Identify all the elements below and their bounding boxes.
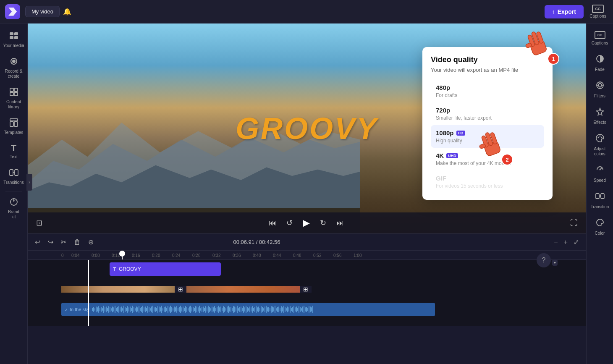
rename-icon[interactable]: 🔔 <box>63 8 71 16</box>
captions-panel-icon: CC <box>595 31 605 39</box>
right-panel-transition[interactable]: Transition <box>587 187 613 214</box>
undo-button[interactable]: ↩ <box>33 237 42 247</box>
svg-point-39 <box>599 136 600 137</box>
text-icon: T <box>11 144 16 153</box>
transition-icon <box>595 191 605 203</box>
quality-option-1080p[interactable]: 1080p HD High quality <box>431 125 544 148</box>
cut-button[interactable]: ✂ <box>59 237 68 247</box>
captions-toggle-button[interactable]: ⊡ <box>34 217 44 229</box>
right-panel: CC Captions Fade Filters Effects Adjus <box>586 24 613 364</box>
panel-chevron[interactable]: ▾ <box>552 259 558 266</box>
fit-to-window-button[interactable]: ⤢ <box>571 237 581 247</box>
ruler-mark-9: 0:36 <box>233 253 253 258</box>
export-label: Export <box>558 8 576 15</box>
clip-segment-2: ⊞ <box>186 286 312 293</box>
svg-rect-1 <box>14 32 18 35</box>
fullscreen-button[interactable]: ⛶ <box>568 217 579 229</box>
sidebar-item-text[interactable]: T Text <box>0 139 27 164</box>
right-panel-color[interactable]: Color <box>587 214 613 240</box>
adjust-colors-icon <box>595 134 605 145</box>
right-panel-speed[interactable]: Speed <box>587 161 613 187</box>
record-label: Record &create <box>5 69 23 79</box>
sidebar-item-templates[interactable]: Templates <box>0 114 27 139</box>
timeline-timecode: 00:06.91 / 00:42.56 <box>233 239 280 245</box>
quality-option-720p[interactable]: 720p Smaller file, faster export <box>431 102 544 125</box>
video-clip[interactable]: ⊞ ⊞ <box>61 278 435 301</box>
ruler-mark-13: 0:52 <box>313 253 333 258</box>
quality-option-4k[interactable]: 4K UHD Make the most of your 4K monitor <box>431 148 544 170</box>
ctrl-right: ⛶ <box>568 217 579 229</box>
redo-button[interactable]: ↪ <box>46 237 55 247</box>
color-icon <box>595 218 605 229</box>
rewind-button[interactable]: ↺ <box>285 217 294 229</box>
sidebar-item-record[interactable]: Record &create <box>0 52 27 83</box>
sidebar-item-your-media[interactable]: Your media <box>0 27 27 52</box>
video-title-area: My video 🔔 <box>25 6 71 17</box>
right-panel-effects[interactable]: Effects <box>587 103 613 129</box>
quality-720p-name: 720p <box>436 107 450 114</box>
quality-option-gif[interactable]: GIF For videos 15 seconds or less <box>431 170 544 193</box>
text-clip[interactable]: T GROOVY <box>110 262 221 276</box>
svg-rect-6 <box>10 88 13 92</box>
ruler-mark-14: 0:56 <box>333 253 354 258</box>
ruler-mark-8: 0:32 <box>212 253 233 258</box>
sidebar-item-content-library[interactable]: Contentlibrary <box>0 83 27 114</box>
svg-rect-9 <box>14 92 18 96</box>
right-panel-effects-label: Effects <box>593 120 606 125</box>
right-panel-filters[interactable]: Filters <box>587 76 613 103</box>
skip-back-button[interactable]: ⏮ <box>267 217 278 229</box>
svg-rect-7 <box>14 88 18 92</box>
quality-popup-title: Video quality <box>431 55 544 64</box>
timeline-toolbar: ↩ ↪ ✂ 🗑 ⊕ 00:06.91 / 00:42.56 − + ⤢ <box>28 234 586 251</box>
help-button[interactable]: ? <box>537 253 551 267</box>
sidebar-expand-toggle[interactable]: › <box>26 174 32 191</box>
right-panel-fade[interactable]: Fade <box>587 50 613 76</box>
audio-clip[interactable]: ♪ In the sky const wf = document.querySe… <box>61 303 435 316</box>
text-clip-icon: T <box>113 266 116 272</box>
svg-point-40 <box>601 137 602 138</box>
audio-waveform: const wf = document.querySelector('.audi… <box>92 305 432 314</box>
delete-button[interactable]: 🗑 <box>72 237 83 247</box>
right-panel-adjust-colors[interactable]: Adjustcolors <box>587 129 613 161</box>
clip-divider-1: ⊞ <box>175 286 186 293</box>
svg-rect-44 <box>601 194 604 199</box>
quality-720p-header: 720p <box>436 107 539 114</box>
quality-1080p-header: 1080p HD <box>436 129 539 136</box>
zoom-out-button[interactable]: − <box>552 237 560 247</box>
svg-rect-43 <box>596 194 599 199</box>
timeline-zoom-controls: − + ⤢ <box>552 237 581 247</box>
audio-clip-label: In the sky <box>70 307 89 312</box>
quality-option-480p[interactable]: 480p For drafts <box>431 80 544 102</box>
text-track-row: T GROOVY <box>61 261 586 276</box>
forward-button[interactable]: ↻ <box>318 217 328 229</box>
right-panel-fade-label: Fade <box>595 67 605 72</box>
zoom-in-button[interactable]: + <box>562 237 570 247</box>
video-title-tab[interactable]: My video <box>25 6 60 17</box>
brand-kit-label: Brandkit <box>8 209 19 220</box>
quality-gif-header: GIF <box>436 175 539 182</box>
skip-forward-button[interactable]: ⏭ <box>335 217 346 229</box>
right-panel-adjust-colors-label: Adjustcolors <box>594 147 606 157</box>
export-button[interactable]: ↑ Export <box>545 5 584 18</box>
ctrl-left: ⊡ <box>34 217 44 229</box>
svg-rect-0 <box>10 32 13 35</box>
play-button[interactable]: ▶ <box>301 216 312 230</box>
svg-rect-3 <box>14 36 18 39</box>
content-area: GROOVY ⊡ ⏮ ↺ ▶ ↻ ⏭ ⛶ <box>28 24 586 364</box>
ruler-mark-0: 0 <box>61 253 71 258</box>
speed-icon <box>595 165 605 176</box>
text-label: Text <box>10 155 17 160</box>
captions-button[interactable]: CC Captions <box>588 5 608 18</box>
video-track-row: ⊞ ⊞ <box>61 278 586 301</box>
audio-clip-icon: ♪ <box>65 306 67 312</box>
add-to-timeline-button[interactable]: ⊕ <box>86 237 96 247</box>
sidebar-item-brand-kit[interactable]: Brandkit <box>0 193 27 224</box>
fade-icon <box>595 54 605 65</box>
svg-rect-11 <box>10 122 13 126</box>
content-library-icon <box>9 87 18 98</box>
quality-480p-name: 480p <box>436 84 450 91</box>
sidebar-item-transitions[interactable]: Transitions <box>0 164 27 189</box>
right-panel-captions[interactable]: CC Captions <box>587 27 613 50</box>
svg-point-38 <box>597 137 599 138</box>
svg-point-42 <box>599 169 600 170</box>
